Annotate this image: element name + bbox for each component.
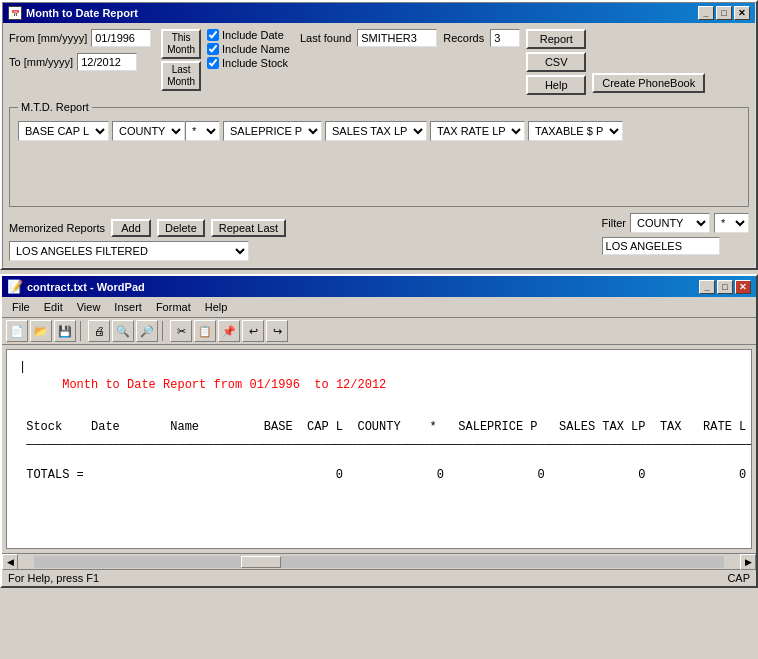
print-button[interactable]: 🖨	[88, 320, 110, 342]
repeat-last-button[interactable]: Repeat Last	[211, 219, 286, 237]
doc-line-divider: ────────────────────────────────────────…	[19, 436, 739, 454]
delete-button[interactable]: Delete	[157, 219, 205, 237]
col-select-6[interactable]: TAXABLE $ P	[528, 121, 623, 141]
top-section: From [mm/yyyy] To [mm/yyyy] ThisMonth La…	[9, 29, 749, 95]
to-input[interactable]	[77, 53, 137, 71]
minimize-button[interactable]: _	[698, 6, 714, 20]
col-group-4: SALES TAX LP	[325, 121, 427, 141]
records-label: Records	[443, 32, 484, 44]
print-preview-button[interactable]: 🔍	[112, 320, 134, 342]
create-phonebook-button[interactable]: Create PhoneBook	[592, 73, 705, 93]
filter-value-row	[602, 237, 749, 255]
col-group-1: BASE CAP L	[18, 121, 109, 141]
document-area[interactable]: | Month to Date Report from 01/1996 to 1…	[6, 349, 752, 549]
report-button[interactable]: Report	[526, 29, 586, 49]
filter-value-input[interactable]	[602, 237, 720, 255]
records-input[interactable]	[490, 29, 520, 47]
last-found-input[interactable]	[357, 29, 437, 47]
to-label: To [mm/yyyy]	[9, 56, 73, 68]
col-select-4[interactable]: SALES TAX LP	[325, 121, 427, 141]
filter-section: Filter COUNTY *	[602, 213, 749, 255]
memorized-select-row: LOS ANGELES FILTERED	[9, 241, 590, 261]
scroll-thumb[interactable]	[241, 556, 281, 568]
title-bar-controls: _ □ ✕	[698, 6, 750, 20]
wordpad-minimize-button[interactable]: _	[699, 280, 715, 294]
paste-button[interactable]: 📌	[218, 320, 240, 342]
find-button[interactable]: 🔎	[136, 320, 158, 342]
scroll-left-button[interactable]: ◀	[2, 554, 18, 570]
mtd-fieldset: M.T.D. Report BASE CAP L COUNTY	[9, 101, 749, 207]
bottom-row: Memorized Reports Add Delete Repeat Last…	[9, 213, 749, 261]
scroll-right-button[interactable]: ▶	[740, 554, 756, 570]
period-buttons: ThisMonth LastMonth	[161, 29, 201, 91]
status-bar: For Help, press F1 CAP	[2, 569, 756, 586]
from-label: From [mm/yyyy]	[9, 32, 87, 44]
menu-format[interactable]: Format	[150, 299, 197, 315]
dates-area: From [mm/yyyy] To [mm/yyyy]	[9, 29, 151, 74]
to-row: To [mm/yyyy]	[9, 53, 151, 71]
menu-insert[interactable]: Insert	[108, 299, 148, 315]
this-month-button[interactable]: ThisMonth	[161, 29, 201, 59]
content-area: From [mm/yyyy] To [mm/yyyy] ThisMonth La…	[3, 23, 755, 267]
menu-view[interactable]: View	[71, 299, 107, 315]
col-star-2[interactable]: *	[185, 121, 220, 141]
calendar-icon: 📅	[8, 6, 22, 20]
memorized-area: Memorized Reports Add Delete Repeat Last	[9, 219, 590, 237]
wordpad-maximize-button[interactable]: □	[717, 280, 733, 294]
filter-field-select[interactable]: COUNTY	[630, 213, 710, 233]
include-name-label: Include Name	[222, 43, 290, 55]
memorized-label: Memorized Reports	[9, 222, 105, 234]
cut-button[interactable]: ✂	[170, 320, 192, 342]
include-stock-label: Include Stock	[222, 57, 288, 69]
horizontal-scrollbar[interactable]: ◀ ▶	[2, 553, 756, 569]
col-group-2: COUNTY *	[112, 121, 220, 141]
menu-file[interactable]: File	[6, 299, 36, 315]
include-stock-checkbox[interactable]	[207, 57, 219, 69]
doc-line-totals: TOTALS = 0 0 0 0 0	[19, 466, 739, 484]
menu-help[interactable]: Help	[199, 299, 234, 315]
close-button[interactable]: ✕	[734, 6, 750, 20]
add-button[interactable]: Add	[111, 219, 151, 237]
phonebook-area: Create PhoneBook	[592, 73, 705, 93]
action-buttons: Report CSV Help	[526, 29, 586, 95]
open-button[interactable]: 📂	[30, 320, 52, 342]
redo-button[interactable]: ↪	[266, 320, 288, 342]
col-group-3: SALEPRICE P	[223, 121, 322, 141]
col-group-5: TAX RATE LP	[430, 121, 525, 141]
col-select-2[interactable]: COUNTY	[112, 121, 185, 141]
save-button[interactable]: 💾	[54, 320, 76, 342]
wordpad-title-left: 📝 contract.txt - WordPad	[7, 279, 145, 294]
scroll-track[interactable]	[34, 556, 724, 568]
wordpad-close-button[interactable]: ✕	[735, 280, 751, 294]
status-right: CAP	[727, 572, 750, 584]
memorized-select[interactable]: LOS ANGELES FILTERED	[9, 241, 249, 261]
include-name-row: Include Name	[207, 43, 290, 55]
wordpad-title-bar: 📝 contract.txt - WordPad _ □ ✕	[2, 276, 756, 297]
filter-label: Filter	[602, 217, 626, 229]
doc-line-cursor: |	[19, 358, 739, 376]
last-month-button[interactable]: LastMonth	[161, 61, 201, 91]
menu-edit[interactable]: Edit	[38, 299, 69, 315]
checkboxes-area: Include Date Include Name Include Stock	[207, 29, 290, 69]
mtd-legend: M.T.D. Report	[18, 101, 92, 113]
col-select-1[interactable]: BASE CAP L	[18, 121, 109, 141]
new-button[interactable]: 📄	[6, 320, 28, 342]
include-date-checkbox[interactable]	[207, 29, 219, 41]
include-name-checkbox[interactable]	[207, 43, 219, 55]
copy-button[interactable]: 📋	[194, 320, 216, 342]
col-select-3[interactable]: SALEPRICE P	[223, 121, 322, 141]
csv-button[interactable]: CSV	[526, 52, 586, 72]
from-input[interactable]	[91, 29, 151, 47]
col-select-5[interactable]: TAX RATE LP	[430, 121, 525, 141]
undo-button[interactable]: ↩	[242, 320, 264, 342]
window-title: Month to Date Report	[26, 7, 138, 19]
doc-line-title: Month to Date Report from 01/1996 to 12/…	[19, 376, 739, 394]
status-left: For Help, press F1	[8, 572, 99, 584]
filter-star-select[interactable]: *	[714, 213, 749, 233]
maximize-button[interactable]: □	[716, 6, 732, 20]
wordpad-window: 📝 contract.txt - WordPad _ □ ✕ File Edit…	[0, 274, 758, 588]
include-date-label: Include Date	[222, 29, 284, 41]
doc-empty-1	[19, 394, 739, 406]
month-to-date-window: 📅 Month to Date Report _ □ ✕ From [mm/yy…	[0, 0, 758, 270]
help-button[interactable]: Help	[526, 75, 586, 95]
